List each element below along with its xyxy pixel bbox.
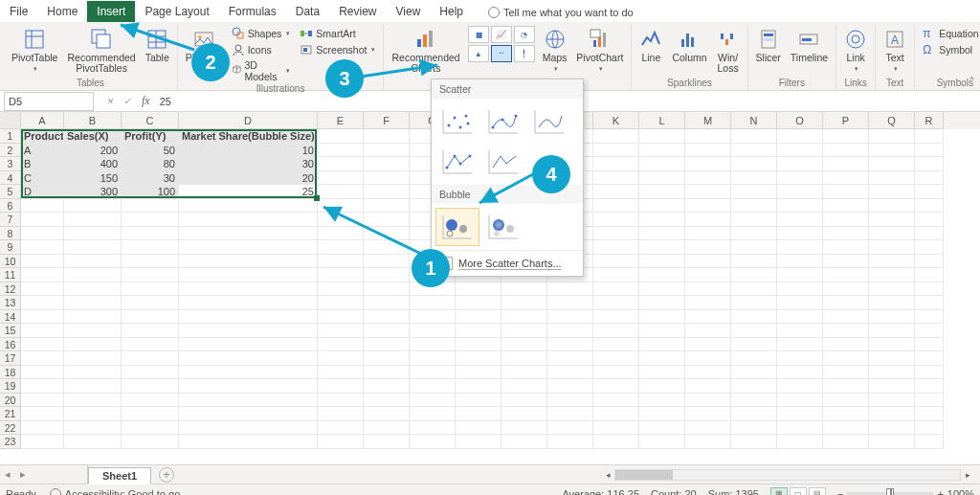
icons-button[interactable]: Icons [230,42,293,57]
cell[interactable] [731,157,777,171]
cell[interactable] [318,268,364,282]
cell[interactable]: C [21,171,64,186]
cell[interactable] [639,407,685,421]
cell[interactable] [122,240,179,255]
cell[interactable] [21,199,64,214]
row-header[interactable]: 10 [0,255,21,269]
cell[interactable] [869,240,915,255]
cell[interactable] [593,351,639,366]
tell-me-search[interactable]: Tell me what you want to do [480,3,641,22]
cell[interactable] [21,282,64,297]
cell[interactable] [685,268,731,282]
cell[interactable] [915,394,944,408]
cell[interactable] [410,338,456,352]
screenshot-button[interactable]: Screenshot [298,42,377,57]
cell[interactable] [122,338,179,352]
scatter-smooth-lines[interactable] [527,102,571,141]
cell[interactable] [777,282,823,297]
cell[interactable] [915,227,944,241]
cell[interactable] [21,407,64,421]
cell[interactable]: 30 [179,157,318,171]
cell[interactable] [122,296,179,310]
cell[interactable] [364,157,410,171]
cell[interactable] [869,435,915,449]
row-header[interactable]: 6 [0,199,21,214]
cell[interactable]: 400 [64,157,122,171]
cell[interactable] [318,129,364,144]
cell[interactable] [639,157,685,171]
pie-chart-button[interactable] [514,26,535,43]
scatter-smooth-markers[interactable] [481,102,525,141]
cell[interactable] [547,310,593,325]
row-header[interactable]: 20 [0,394,21,408]
cell[interactable] [122,310,179,325]
cell[interactable] [456,282,501,297]
cell[interactable] [318,324,364,338]
row-header[interactable]: 11 [0,268,21,282]
col-header-b[interactable]: B [64,112,122,129]
tab-data[interactable]: Data [286,1,329,22]
cell[interactable] [777,185,823,199]
col-header-a[interactable]: A [21,112,64,129]
cell[interactable] [777,421,823,436]
timeline-button[interactable]: Timeline [789,26,830,65]
cell[interactable] [364,282,410,297]
cell[interactable] [823,421,869,436]
cell[interactable] [731,394,777,408]
cell[interactable] [869,324,915,338]
pivotchart-button[interactable]: PivotChart [574,26,625,75]
cell[interactable] [318,171,364,186]
cell[interactable] [639,185,685,199]
cell[interactable] [869,268,915,282]
cell[interactable]: 25 [179,185,318,199]
zoom-out-button[interactable]: − [837,488,843,496]
cell[interactable] [593,129,639,144]
cell[interactable] [410,435,456,449]
col-header-c[interactable]: C [122,112,179,129]
cell[interactable] [64,351,122,366]
cell[interactable] [823,394,869,408]
cell[interactable] [639,199,685,214]
cell[interactable] [179,407,318,421]
cell[interactable] [823,366,869,380]
cell[interactable] [21,268,64,282]
row-header[interactable]: 2 [0,144,21,158]
cell[interactable] [639,435,685,449]
cell[interactable] [501,407,547,421]
cell[interactable] [915,199,944,214]
cell[interactable] [869,282,915,297]
cell[interactable] [318,296,364,310]
cell[interactable] [21,338,64,352]
cell[interactable] [777,379,823,394]
cell[interactable] [869,171,915,186]
smartart-button[interactable]: SmartArt [298,26,377,41]
cell[interactable] [915,435,944,449]
cell[interactable] [823,240,869,255]
cell[interactable]: Profit(Y) [122,129,179,144]
cell[interactable] [731,296,777,310]
cell[interactable] [410,351,456,366]
cell[interactable] [64,213,122,227]
cell[interactable] [318,310,364,325]
cell[interactable] [318,394,364,408]
cell[interactable] [869,394,915,408]
cell[interactable] [869,296,915,310]
cell[interactable] [869,351,915,366]
cell[interactable] [915,310,944,325]
tab-file[interactable]: File [0,1,37,22]
cell[interactable] [639,324,685,338]
cell[interactable] [501,296,547,310]
cell[interactable] [731,227,777,241]
cell[interactable] [685,255,731,269]
cell[interactable] [915,185,944,199]
row-header[interactable]: 5 [0,185,21,199]
cell[interactable] [639,310,685,325]
cell[interactable] [777,255,823,269]
cell[interactable] [364,351,410,366]
cell[interactable] [823,199,869,214]
cell[interactable] [777,324,823,338]
cell[interactable] [501,435,547,449]
cell[interactable] [456,296,501,310]
cell[interactable] [639,394,685,408]
row-header[interactable]: 7 [0,213,21,227]
